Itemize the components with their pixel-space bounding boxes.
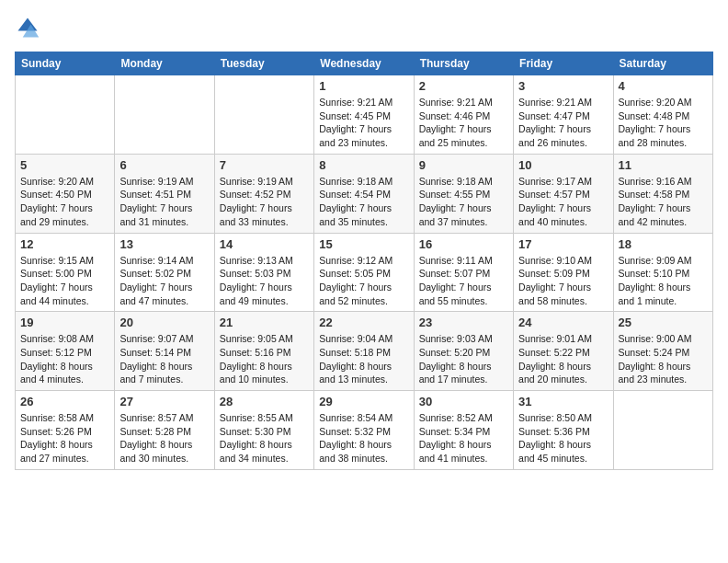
logo-icon (15, 15, 40, 40)
day-number: 17 (518, 237, 608, 251)
day-header: Thursday (414, 52, 513, 75)
calendar-cell: 10Sunrise: 9:17 AM Sunset: 4:57 PM Dayli… (514, 154, 613, 233)
calendar-cell: 11Sunrise: 9:16 AM Sunset: 4:58 PM Dayli… (613, 154, 712, 233)
day-number: 4 (619, 79, 708, 93)
calendar-cell: 24Sunrise: 9:01 AM Sunset: 5:22 PM Dayli… (514, 312, 613, 391)
day-info: Sunrise: 9:18 AM Sunset: 4:55 PM Dayligh… (419, 175, 508, 229)
day-number: 23 (419, 316, 508, 329)
day-info: Sunrise: 9:08 AM Sunset: 5:12 PM Dayligh… (20, 332, 109, 386)
day-info: Sunrise: 9:21 AM Sunset: 4:45 PM Dayligh… (319, 96, 408, 150)
calendar-cell: 17Sunrise: 9:10 AM Sunset: 5:09 PM Dayli… (514, 233, 613, 312)
day-header: Friday (514, 52, 613, 75)
day-info: Sunrise: 9:20 AM Sunset: 4:48 PM Dayligh… (619, 96, 708, 150)
calendar-cell: 29Sunrise: 8:54 AM Sunset: 5:32 PM Dayli… (314, 391, 414, 470)
calendar-cell: 5Sunrise: 9:20 AM Sunset: 4:50 PM Daylig… (16, 154, 115, 233)
day-number: 24 (518, 316, 608, 329)
day-number: 25 (619, 316, 708, 329)
day-header: Tuesday (214, 52, 313, 75)
day-number: 28 (220, 395, 309, 408)
calendar-cell (115, 75, 214, 155)
day-info: Sunrise: 9:13 AM Sunset: 5:03 PM Dayligh… (220, 254, 309, 308)
day-number: 8 (319, 158, 408, 172)
calendar-cell: 20Sunrise: 9:07 AM Sunset: 5:14 PM Dayli… (115, 312, 214, 391)
day-number: 21 (220, 316, 309, 329)
calendar-cell: 26Sunrise: 8:58 AM Sunset: 5:26 PM Dayli… (16, 391, 115, 470)
day-number: 16 (419, 237, 508, 251)
calendar-cell (613, 391, 712, 470)
svg-marker-0 (18, 18, 38, 31)
calendar-cell: 21Sunrise: 9:05 AM Sunset: 5:16 PM Dayli… (214, 312, 313, 391)
day-info: Sunrise: 9:21 AM Sunset: 4:47 PM Dayligh… (518, 96, 608, 150)
day-number: 7 (220, 158, 309, 172)
calendar-cell: 19Sunrise: 9:08 AM Sunset: 5:12 PM Dayli… (16, 312, 115, 391)
day-number: 12 (20, 237, 109, 251)
day-number: 2 (419, 79, 508, 93)
calendar-cell: 27Sunrise: 8:57 AM Sunset: 5:28 PM Dayli… (115, 391, 214, 470)
day-info: Sunrise: 9:03 AM Sunset: 5:20 PM Dayligh… (419, 332, 508, 386)
calendar-cell: 28Sunrise: 8:55 AM Sunset: 5:30 PM Dayli… (214, 391, 313, 470)
day-number: 22 (319, 316, 408, 329)
day-number: 18 (619, 237, 708, 251)
day-number: 26 (20, 395, 109, 408)
day-info: Sunrise: 9:14 AM Sunset: 5:02 PM Dayligh… (119, 254, 209, 308)
calendar-cell: 18Sunrise: 9:09 AM Sunset: 5:10 PM Dayli… (613, 233, 712, 312)
calendar-cell: 6Sunrise: 9:19 AM Sunset: 4:51 PM Daylig… (115, 154, 214, 233)
day-info: Sunrise: 9:10 AM Sunset: 5:09 PM Dayligh… (518, 254, 608, 308)
day-info: Sunrise: 9:07 AM Sunset: 5:14 PM Dayligh… (119, 332, 209, 386)
day-header: Sunday (16, 52, 115, 75)
day-info: Sunrise: 8:58 AM Sunset: 5:26 PM Dayligh… (20, 411, 109, 465)
day-info: Sunrise: 9:01 AM Sunset: 5:22 PM Dayligh… (518, 332, 608, 386)
day-info: Sunrise: 9:16 AM Sunset: 4:58 PM Dayligh… (619, 175, 708, 229)
day-header: Saturday (613, 52, 712, 75)
day-number: 5 (20, 158, 109, 172)
day-info: Sunrise: 9:19 AM Sunset: 4:51 PM Dayligh… (119, 175, 209, 229)
calendar-week-row: 5Sunrise: 9:20 AM Sunset: 4:50 PM Daylig… (16, 154, 713, 233)
calendar-cell: 9Sunrise: 9:18 AM Sunset: 4:55 PM Daylig… (414, 154, 513, 233)
day-info: Sunrise: 9:15 AM Sunset: 5:00 PM Dayligh… (20, 254, 109, 308)
calendar-cell (16, 75, 115, 155)
day-info: Sunrise: 9:11 AM Sunset: 5:07 PM Dayligh… (419, 254, 508, 308)
day-number: 9 (419, 158, 508, 172)
calendar-cell: 13Sunrise: 9:14 AM Sunset: 5:02 PM Dayli… (115, 233, 214, 312)
day-info: Sunrise: 8:54 AM Sunset: 5:32 PM Dayligh… (319, 411, 408, 465)
day-info: Sunrise: 9:00 AM Sunset: 5:24 PM Dayligh… (619, 332, 708, 386)
calendar-cell: 15Sunrise: 9:12 AM Sunset: 5:05 PM Dayli… (314, 233, 414, 312)
calendar-cell: 12Sunrise: 9:15 AM Sunset: 5:00 PM Dayli… (16, 233, 115, 312)
day-number: 19 (20, 316, 109, 329)
day-number: 13 (119, 237, 209, 251)
calendar-cell: 25Sunrise: 9:00 AM Sunset: 5:24 PM Dayli… (613, 312, 712, 391)
calendar-week-row: 1Sunrise: 9:21 AM Sunset: 4:45 PM Daylig… (16, 75, 713, 155)
day-info: Sunrise: 9:18 AM Sunset: 4:54 PM Dayligh… (319, 175, 408, 229)
calendar-cell: 22Sunrise: 9:04 AM Sunset: 5:18 PM Dayli… (314, 312, 414, 391)
day-info: Sunrise: 9:20 AM Sunset: 4:50 PM Dayligh… (20, 175, 109, 229)
day-header: Wednesday (314, 52, 414, 75)
day-number: 1 (319, 79, 408, 93)
day-number: 15 (319, 237, 408, 251)
calendar: SundayMondayTuesdayWednesdayThursdayFrid… (15, 52, 713, 470)
day-header: Monday (115, 52, 214, 75)
calendar-cell: 23Sunrise: 9:03 AM Sunset: 5:20 PM Dayli… (414, 312, 513, 391)
day-info: Sunrise: 9:04 AM Sunset: 5:18 PM Dayligh… (319, 332, 408, 386)
day-info: Sunrise: 8:50 AM Sunset: 5:36 PM Dayligh… (518, 411, 608, 465)
day-number: 6 (119, 158, 209, 172)
day-info: Sunrise: 9:12 AM Sunset: 5:05 PM Dayligh… (319, 254, 408, 308)
calendar-cell: 1Sunrise: 9:21 AM Sunset: 4:45 PM Daylig… (314, 75, 414, 155)
day-number: 10 (518, 158, 608, 172)
day-info: Sunrise: 9:19 AM Sunset: 4:52 PM Dayligh… (220, 175, 309, 229)
day-number: 31 (518, 395, 608, 408)
calendar-cell: 16Sunrise: 9:11 AM Sunset: 5:07 PM Dayli… (414, 233, 513, 312)
day-info: Sunrise: 8:55 AM Sunset: 5:30 PM Dayligh… (220, 411, 309, 465)
calendar-cell: 4Sunrise: 9:20 AM Sunset: 4:48 PM Daylig… (613, 75, 712, 155)
day-info: Sunrise: 9:09 AM Sunset: 5:10 PM Dayligh… (619, 254, 708, 308)
page-header (15, 15, 713, 40)
day-info: Sunrise: 8:57 AM Sunset: 5:28 PM Dayligh… (119, 411, 209, 465)
calendar-cell: 30Sunrise: 8:52 AM Sunset: 5:34 PM Dayli… (414, 391, 513, 470)
calendar-cell: 2Sunrise: 9:21 AM Sunset: 4:46 PM Daylig… (414, 75, 513, 155)
day-number: 20 (119, 316, 209, 329)
day-number: 3 (518, 79, 608, 93)
calendar-cell: 3Sunrise: 9:21 AM Sunset: 4:47 PM Daylig… (514, 75, 613, 155)
logo (15, 15, 44, 40)
day-info: Sunrise: 8:52 AM Sunset: 5:34 PM Dayligh… (419, 411, 508, 465)
day-number: 11 (619, 158, 708, 172)
calendar-week-row: 12Sunrise: 9:15 AM Sunset: 5:00 PM Dayli… (16, 233, 713, 312)
